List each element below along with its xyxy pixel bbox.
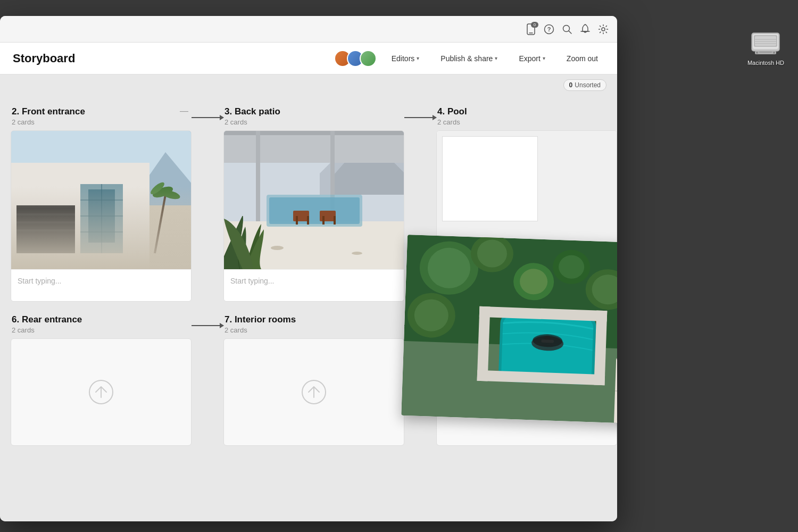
card-interior-rooms-body: [223, 338, 404, 446]
svg-point-56: [271, 246, 284, 250]
card-front-entrance-minimize[interactable]: —: [178, 106, 190, 116]
zoom-out-button[interactable]: Zoom out: [560, 51, 604, 66]
unsorted-badge: 0 Unsorted: [563, 79, 606, 91]
publish-chevron: ▾: [495, 55, 497, 61]
svg-rect-29: [16, 229, 75, 231]
arrow-2-3: [404, 106, 436, 118]
card-pool-subtitle: 2 cards: [437, 118, 467, 126]
card-rear-entrance-body: [11, 338, 192, 446]
unsorted-label: Unsorted: [575, 81, 601, 89]
card-rear-entrance: 6. Rear entrance 2 cards: [11, 314, 192, 446]
svg-rect-27: [16, 213, 75, 215]
svg-rect-53: [307, 216, 309, 225]
card-interior-rooms-header: 7. Interior rooms 2 cards: [223, 314, 404, 334]
svg-rect-55: [334, 216, 336, 225]
sub-header: 0 Unsorted: [0, 74, 617, 96]
card-back-patio: 3. Back patio 2 cards: [223, 106, 404, 302]
arrow-1-2: [192, 106, 223, 118]
export-button[interactable]: Export ▾: [512, 51, 551, 66]
card-rear-entrance-subtitle: 2 cards: [12, 326, 82, 334]
svg-rect-44: [224, 131, 404, 135]
arrow-3-4: [192, 314, 223, 326]
drag-overlay-pool-photo[interactable]: [401, 235, 617, 425]
card-rear-entrance-header: 6. Rear entrance 2 cards: [11, 314, 192, 334]
svg-point-18: [602, 28, 605, 31]
card-back-patio-body: Start typing...: [223, 130, 404, 302]
bell-icon[interactable]: [580, 24, 591, 35]
svg-rect-3: [755, 36, 776, 46]
settings-icon[interactable]: [598, 24, 609, 35]
card-front-entrance-text[interactable]: Start typing...: [11, 269, 191, 301]
svg-rect-50: [293, 211, 309, 221]
svg-text:?: ?: [547, 26, 551, 32]
svg-rect-43: [224, 131, 404, 163]
svg-point-38: [161, 189, 181, 201]
front-entrance-image: [11, 131, 191, 269]
svg-rect-85: [541, 339, 554, 343]
mobile-badge: 0: [531, 22, 538, 28]
search-icon[interactable]: [562, 24, 572, 35]
svg-rect-31: [88, 189, 115, 243]
svg-rect-49: [269, 197, 360, 224]
card-front-entrance-placeholder: Start typing...: [18, 277, 61, 285]
svg-rect-26: [16, 205, 75, 207]
publish-share-button[interactable]: Publish & share ▾: [434, 51, 504, 66]
card-pool-header: 4. Pool 2 cards: [436, 106, 617, 126]
svg-rect-9: [756, 52, 758, 54]
arrow-line-1: [192, 117, 223, 118]
desktop: Macintosh HD 0 ?: [0, 0, 798, 532]
svg-rect-51: [320, 211, 336, 221]
mobile-icon[interactable]: 0: [526, 24, 536, 35]
arrow-line-2: [404, 117, 436, 118]
card-back-patio-placeholder: Start typing...: [230, 277, 274, 285]
svg-rect-23: [11, 205, 191, 269]
card-front-entrance-header: 2. Front entrance 2 cards —: [11, 106, 192, 126]
svg-rect-10: [773, 52, 775, 54]
svg-line-16: [569, 31, 571, 34]
top-bar-icons: 0 ?: [526, 24, 609, 35]
export-chevron: ▾: [543, 55, 545, 61]
card-back-patio-text[interactable]: Start typing...: [224, 269, 404, 301]
svg-rect-8: [759, 52, 772, 53]
app-window: 0 ?: [0, 16, 617, 521]
card-interior-rooms-title: 7. Interior rooms: [225, 314, 296, 325]
card-interior-rooms-subtitle: 2 cards: [225, 326, 296, 334]
card-front-entrance-subtitle: 2 cards: [12, 118, 85, 126]
board: 2. Front entrance 2 cards —: [0, 96, 617, 521]
svg-rect-28: [16, 221, 75, 223]
svg-rect-54: [322, 216, 325, 225]
card-back-patio-title: 3. Back patio: [225, 106, 280, 117]
svg-point-57: [352, 252, 362, 255]
svg-rect-24: [11, 163, 149, 269]
mac-hd-icon[interactable]: Macintosh HD: [744, 27, 787, 69]
editors-chevron: ▾: [417, 55, 419, 61]
card-back-patio-header: 3. Back patio 2 cards: [223, 106, 404, 126]
svg-rect-25: [16, 205, 75, 253]
avatar-group: [334, 50, 377, 67]
card-front-entrance: 2. Front entrance 2 cards —: [11, 106, 192, 302]
page-title: Storyboard: [13, 52, 75, 65]
card-interior-rooms: 7. Interior rooms 2 cards: [223, 314, 404, 446]
mac-hd-label: Macintosh HD: [747, 60, 784, 66]
top-bar: 0 ?: [0, 16, 617, 43]
card-pool-title: 4. Pool: [437, 106, 467, 117]
card-back-patio-subtitle: 2 cards: [225, 118, 280, 126]
pool-white-box: [442, 136, 538, 221]
svg-rect-30: [80, 184, 123, 253]
hard-drive-icon: [750, 30, 782, 56]
card-front-entrance-title: 2. Front entrance: [12, 106, 85, 117]
editors-button[interactable]: Editors ▾: [385, 51, 426, 66]
card-front-entrance-body: Start typing...: [11, 130, 192, 302]
unsorted-count: 0: [569, 81, 573, 89]
back-patio-image: [224, 131, 404, 269]
card-rear-entrance-title: 6. Rear entrance: [12, 314, 82, 325]
rear-entrance-image-placeholder: [11, 339, 191, 445]
help-icon[interactable]: ?: [544, 24, 554, 35]
arrow-line-3: [192, 325, 223, 326]
avatar-3: [360, 50, 377, 67]
header: Storyboard Editors ▾ Publish & share ▾ E…: [0, 43, 617, 74]
svg-point-37: [151, 185, 174, 200]
svg-rect-52: [296, 216, 298, 225]
svg-line-36: [155, 195, 165, 253]
interior-rooms-image-placeholder: [224, 339, 404, 445]
